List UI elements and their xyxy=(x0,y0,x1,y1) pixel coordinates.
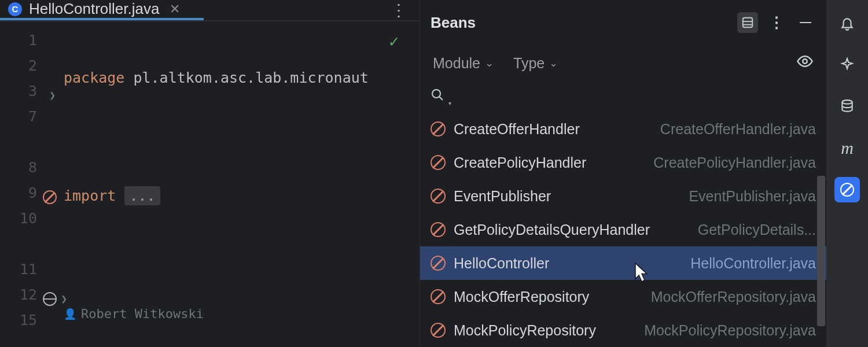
endpoint-gutter-icon[interactable] xyxy=(43,292,57,306)
bean-file: MockOfferRepository.java xyxy=(651,289,816,305)
line-number: 15 xyxy=(0,312,64,337)
search-icon[interactable] xyxy=(431,88,444,105)
line-number: 7 xyxy=(0,108,64,134)
bean-name: CreatePolicyHandler xyxy=(454,154,645,171)
panel-search[interactable] xyxy=(420,81,826,112)
svg-point-6 xyxy=(432,90,440,98)
bean-file: HelloController.java xyxy=(690,255,816,272)
bean-file: CreateOfferHandler.java xyxy=(660,121,816,138)
scrollbar[interactable] xyxy=(817,176,825,347)
line-number: 12 ❯ xyxy=(0,286,64,312)
bean-list-item[interactable]: MockPolicyRepositoryMockPolicyRepository… xyxy=(420,313,826,347)
maven-icon[interactable]: m xyxy=(834,135,860,161)
minimize-icon[interactable] xyxy=(795,12,816,33)
panel-title: Beans xyxy=(431,14,476,32)
svg-line-7 xyxy=(439,97,443,100)
bean-name: CreateOfferHandler xyxy=(454,121,652,138)
notifications-icon[interactable] xyxy=(834,10,860,36)
line-number: 2 xyxy=(0,57,64,83)
bean-list[interactable]: CreateOfferHandlerCreateOfferHandler.jav… xyxy=(420,112,826,347)
bean-icon xyxy=(431,121,446,136)
bean-icon xyxy=(431,256,446,271)
svg-point-5 xyxy=(803,59,807,64)
file-type-icon: C xyxy=(8,2,22,16)
filter-type[interactable]: Type⌄ xyxy=(513,55,558,72)
bean-file: EventPublisher.java xyxy=(689,188,816,205)
bean-name: EventPublisher xyxy=(454,188,681,205)
line-number: 3 ❯ xyxy=(0,83,64,108)
filter-module[interactable]: Module⌄ xyxy=(433,55,494,72)
view-mode-icon[interactable] xyxy=(737,12,758,33)
line-number: 10 xyxy=(0,210,64,235)
code-author-hint: 👤Robert Witkowski xyxy=(64,301,420,327)
bean-name: HelloController xyxy=(454,255,682,272)
tab-menu-button[interactable]: ⋮ xyxy=(391,0,408,20)
line-number: 8 xyxy=(0,159,64,184)
editor-gutter: 1 2 3 ❯ 7 8 9 10 11 12 ❯ 15 xyxy=(0,21,64,347)
line-number: 9 xyxy=(0,184,64,210)
bean-name: MockPolicyRepository xyxy=(454,322,636,339)
svg-point-8 xyxy=(842,100,852,104)
bean-list-item[interactable]: EventPublisherEventPublisher.java xyxy=(420,179,826,213)
folded-region[interactable]: ... xyxy=(124,186,160,205)
database-icon[interactable] xyxy=(834,94,860,119)
bean-name: MockOfferRepository xyxy=(454,289,643,305)
person-icon: 👤 xyxy=(64,301,76,327)
right-toolbar: m xyxy=(826,0,868,347)
bean-icon xyxy=(431,155,446,170)
bean-icon xyxy=(431,189,446,204)
svg-rect-2 xyxy=(743,18,753,28)
panel-header: Beans ⋮ xyxy=(420,0,826,45)
bean-file: GetPolicyDetails... xyxy=(698,222,816,238)
bean-icon xyxy=(431,289,446,304)
eye-icon[interactable] xyxy=(796,53,814,73)
panel-options-icon[interactable]: ⋮ xyxy=(766,12,787,33)
bean-name: GetPolicyDetailsQueryHandler xyxy=(454,222,690,238)
bean-icon xyxy=(431,323,446,338)
beans-tool-icon[interactable] xyxy=(834,177,860,202)
panel-filters: Module⌄ Type⌄ xyxy=(420,45,826,81)
line-number: 1 xyxy=(0,32,64,57)
bean-list-item[interactable]: MockOfferRepositoryMockOfferRepository.j… xyxy=(420,280,826,313)
scrollbar-thumb[interactable] xyxy=(817,176,825,326)
line-number xyxy=(0,235,64,261)
editor-tabbar: C HelloController.java ✕ ⋮ xyxy=(0,0,420,21)
bean-list-item[interactable]: CreatePolicyHandlerCreatePolicyHandler.j… xyxy=(420,146,826,179)
bean-list-item[interactable]: HelloControllerHelloController.java xyxy=(420,246,826,280)
beans-toolwindow: Beans ⋮ Module⌄ Type⌄ CreateOfferHandler… xyxy=(420,0,826,347)
tab-title: HelloController.java xyxy=(29,0,159,18)
bean-gutter-icon[interactable] xyxy=(43,190,57,204)
code-content[interactable]: package pl.altkom.asc.lab.micronaut impo… xyxy=(64,21,420,347)
ai-assistant-icon[interactable] xyxy=(834,52,860,77)
bean-list-item[interactable]: CreateOfferHandlerCreateOfferHandler.jav… xyxy=(420,112,826,146)
bean-file: MockPolicyRepository.java xyxy=(644,322,816,339)
bean-file: CreatePolicyHandler.java xyxy=(653,154,816,171)
fold-toggle-icon[interactable]: ❯ xyxy=(49,89,56,101)
line-number: 11 xyxy=(0,261,64,286)
bean-list-item[interactable]: GetPolicyDetailsQueryHandlerGetPolicyDet… xyxy=(420,213,826,246)
bean-icon xyxy=(431,222,446,237)
line-number xyxy=(0,134,64,159)
code-editor[interactable]: ✓ 1 2 3 ❯ 7 8 9 10 11 12 ❯ 15 xyxy=(0,21,420,347)
close-icon[interactable]: ✕ xyxy=(170,2,180,17)
editor-tab[interactable]: C HelloController.java ✕ xyxy=(0,0,204,20)
